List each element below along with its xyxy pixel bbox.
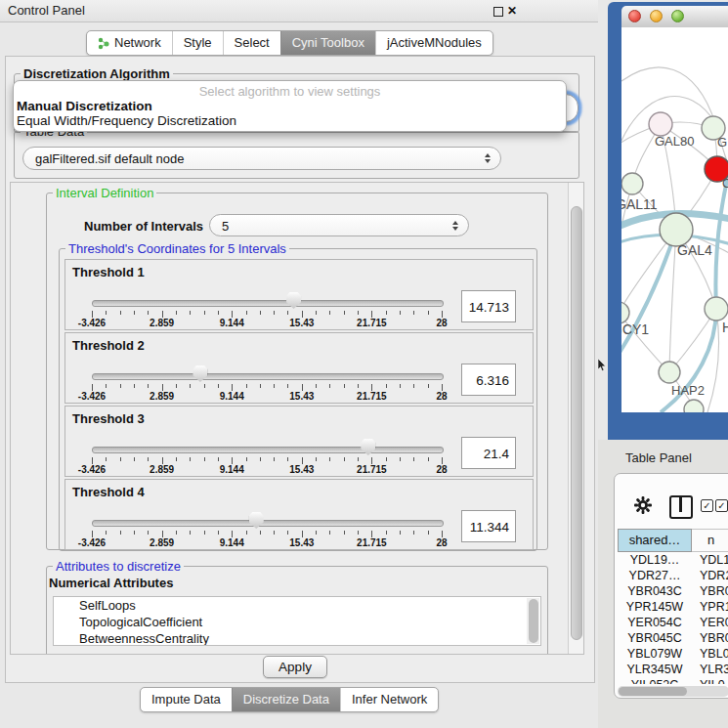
threshold-slider-track[interactable] <box>92 300 444 307</box>
checkbox-checked-icon[interactable]: ✓ <box>715 499 728 512</box>
cell-name: YPR1 <box>692 599 728 615</box>
slider-tick <box>176 384 177 388</box>
close-icon[interactable]: ✕ <box>507 3 517 19</box>
table-row[interactable]: YDL19…YDL1 <box>618 552 728 568</box>
control-panel-titlebar: Control Panel ✕ <box>0 0 598 22</box>
apply-button[interactable]: Apply <box>263 656 327 678</box>
attribute-list-item[interactable]: TopologicalCoefficient <box>54 614 540 630</box>
slider-tick-label: 2.859 <box>150 318 174 328</box>
slider-tick <box>148 311 149 315</box>
window-close-icon[interactable] <box>628 10 641 22</box>
dropdown-option-manual[interactable]: Manual Discretization <box>17 99 563 113</box>
settings-gear-icon[interactable] <box>634 496 652 514</box>
column-header-shared-name[interactable]: shared… <box>618 529 692 552</box>
threshold-value-field[interactable]: 11.344 <box>461 510 516 542</box>
table-row[interactable]: YER054CYER0 <box>618 615 728 630</box>
slider-tick-label: 28 <box>436 464 447 475</box>
table-row[interactable]: YLR345WYLR3 <box>618 662 728 677</box>
slider-tick <box>344 531 345 535</box>
tab-discretize-data[interactable]: Discretize Data <box>232 688 340 711</box>
numerical-attributes-list[interactable]: SelfLoopsTopologicalCoefficientBetweenne… <box>53 596 541 646</box>
slider-tick <box>92 457 93 464</box>
cell-name: YLR3 <box>692 662 728 677</box>
network-graph: GAL80GCGAL11GAL4GCY1HHAP2 <box>621 27 728 412</box>
threshold-slider-track[interactable] <box>92 447 444 453</box>
slider-tick <box>358 384 359 388</box>
slider-tick <box>316 311 317 315</box>
GCY1-node[interactable] <box>621 302 629 323</box>
partial-node[interactable] <box>684 400 704 412</box>
column-header-name[interactable]: n <box>692 529 728 552</box>
cell-name: YBR0 <box>692 630 728 646</box>
number-of-intervals-combo[interactable]: 5 <box>209 214 469 236</box>
table-data-value: galFiltered.sif default node <box>35 148 184 171</box>
window-minimize-icon[interactable] <box>650 10 663 22</box>
tab-style[interactable]: Style <box>172 31 223 55</box>
tab-impute-data[interactable]: Impute Data <box>141 688 232 711</box>
GAL11-node[interactable] <box>621 173 643 194</box>
slider-tick <box>302 384 303 391</box>
attributes-group-title: Attributes to discretize <box>53 559 184 574</box>
window-zoom-icon[interactable] <box>671 10 684 22</box>
slider-tick <box>134 384 135 388</box>
tab-network[interactable]: Network <box>87 31 172 55</box>
slider-tick <box>442 531 443 537</box>
GAL4-node[interactable] <box>660 213 693 246</box>
slider-tick <box>371 311 372 318</box>
dropdown-option-equal-width[interactable]: Equal Width/Frequency Discretization <box>17 113 563 128</box>
scrollbar-thumb[interactable] <box>619 687 687 696</box>
slider-tick <box>176 457 177 461</box>
network-window-titlebar[interactable] <box>621 6 728 28</box>
slider-tick-label: 9.144 <box>220 391 244 402</box>
tab-select[interactable]: Select <box>223 31 280 55</box>
threshold-slider-track[interactable] <box>92 373 444 380</box>
slider-tick <box>413 311 414 315</box>
network-view-window[interactable]: GAL80GCGAL11GAL4GCY1HHAP2 <box>608 2 728 440</box>
network-canvas[interactable]: GAL80GCGAL11GAL4GCY1HHAP2 <box>621 27 728 412</box>
slider-tick <box>329 384 330 388</box>
table-horizontal-scrollbar[interactable] <box>618 686 728 697</box>
threshold-value-field[interactable]: 21.4 <box>461 437 516 469</box>
slider-tick <box>204 311 205 315</box>
attributes-scrollbar[interactable] <box>527 598 539 644</box>
tab-cyni-toolbox[interactable]: Cyni Toolbox <box>280 31 375 55</box>
table-row[interactable]: YDR27…YDR2 <box>618 568 728 583</box>
threshold-value-field[interactable]: 6.316 <box>461 364 516 396</box>
H-node[interactable] <box>705 297 728 321</box>
slider-tick <box>106 384 107 388</box>
tab-infer-network[interactable]: Infer Network <box>340 688 438 711</box>
table-row[interactable]: YBR043CYBR0 <box>618 583 728 599</box>
slider-tick-label: 15.43 <box>289 537 314 548</box>
slider-tick-label: 15.43 <box>289 464 314 475</box>
attribute-list-item[interactable]: SelfLoops <box>54 597 540 614</box>
float-panel-icon[interactable] <box>493 7 503 17</box>
slider-tick-label: 15.43 <box>289 391 314 402</box>
slider-tick <box>400 384 401 388</box>
slider-tick <box>190 457 191 461</box>
tab-label: Select <box>235 31 270 55</box>
GAL80-node[interactable] <box>649 112 672 136</box>
tab-label: Style <box>184 31 212 55</box>
settings-vertical-scrollbar[interactable] <box>568 183 584 654</box>
slider-tick <box>246 311 247 315</box>
table-row[interactable]: YBR045CYBR0 <box>618 630 728 646</box>
table-row[interactable]: YIL052CYIL0 <box>618 677 728 684</box>
HAP2-node[interactable] <box>659 362 680 383</box>
slider-tick <box>358 531 359 535</box>
threshold-slider-track[interactable] <box>92 520 444 527</box>
table-row[interactable]: YPR145WYPR1 <box>618 599 728 615</box>
tab-label: Network <box>114 31 161 55</box>
tab-jactivemnodules[interactable]: jActiveMNodules <box>375 31 492 55</box>
slider-tick <box>428 531 429 535</box>
column-layout-icon[interactable] <box>669 495 693 519</box>
scrollbar-thumb[interactable] <box>571 206 582 640</box>
table-header-row: shared… n <box>618 529 728 552</box>
table-row[interactable]: YBL079WYBL0 <box>618 646 728 662</box>
slider-tick <box>106 531 107 535</box>
checkbox-checked-icon[interactable]: ✓ <box>701 499 713 512</box>
attribute-list-item[interactable]: BetweennessCentrality <box>54 630 540 646</box>
slider-tick <box>120 384 121 388</box>
threshold-value-field[interactable]: 14.713 <box>461 290 516 322</box>
table-data-combo[interactable]: galFiltered.sif default node <box>22 147 501 170</box>
slider-tick <box>92 311 93 318</box>
